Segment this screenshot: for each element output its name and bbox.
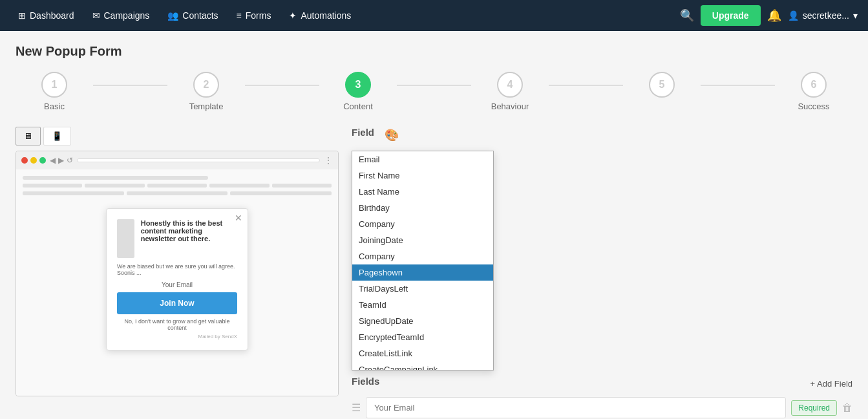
palette-icon: 🎨: [385, 128, 399, 142]
browser-mock: ◀ ▶ ↺ ⋮: [16, 151, 339, 396]
dropdown-item-pageshown[interactable]: Pageshown: [352, 264, 493, 281]
popup-preview: ✕ Honestly this is the best content mark…: [106, 208, 248, 350]
nav-contacts[interactable]: 👥 Contacts: [160, 6, 226, 25]
popup-heading: Honestly this is the best content market…: [141, 219, 237, 242]
user-menu[interactable]: 👤 secretkee... ▾: [788, 10, 858, 21]
page-background-lines: [16, 169, 338, 206]
step-behaviour: 4 Behaviour: [471, 72, 549, 111]
page-title: New Popup Form: [16, 44, 852, 59]
upgrade-button[interactable]: Upgrade: [701, 5, 761, 26]
preview-panel: 🖥 📱 ◀ ▶ ↺ ⋮: [16, 127, 339, 419]
contacts-icon: 👥: [167, 10, 178, 21]
search-icon[interactable]: 🔍: [676, 5, 698, 27]
fields-panel: Field 🎨 Email First Name Last Name Birth…: [352, 127, 852, 419]
browser-url-bar[interactable]: [77, 158, 320, 162]
content-area: 🖥 📱 ◀ ▶ ↺ ⋮: [16, 127, 852, 419]
field-dropdown[interactable]: Email First Name Last Name Birthday Comp…: [352, 151, 494, 371]
dropdown-item-teamid[interactable]: TeamId: [352, 297, 493, 313]
step-3-circle: 3: [345, 72, 371, 98]
popup-email-label: Your Email: [117, 281, 237, 288]
step-5-circle: 5: [649, 72, 675, 98]
nav-forms[interactable]: ≡ Forms: [229, 6, 279, 25]
browser-nav: ◀ ▶ ↺: [50, 156, 73, 165]
step-6-circle: 6: [801, 72, 827, 98]
nav-automations[interactable]: ✦ Automations: [281, 6, 359, 25]
dot-yellow: [30, 157, 37, 164]
nav-campaigns[interactable]: ✉ Campaigns: [85, 6, 158, 25]
popup-close-icon[interactable]: ✕: [235, 213, 242, 223]
step-content: 3 Content: [319, 72, 397, 111]
fields-section-label: Fields: [352, 376, 379, 387]
dropdown-item-encryptedteamid[interactable]: EncryptedTeamId: [352, 329, 493, 345]
step-connector-2: [245, 85, 319, 86]
campaigns-icon: ✉: [92, 10, 100, 21]
step-1-circle: 1: [41, 72, 67, 98]
add-field-button[interactable]: + Add Field: [810, 379, 852, 389]
step-connector-1: [93, 85, 167, 86]
step-4-circle: 4: [497, 72, 523, 98]
dropdown-item-joiningdate[interactable]: JoiningDate: [352, 232, 493, 248]
browser-bar: ◀ ▶ ↺ ⋮: [16, 151, 338, 169]
field-type-dropdown-wrapper: Field 🎨 Email First Name Last Name Birth…: [352, 127, 852, 371]
delete-field-1-icon[interactable]: 🗑: [842, 402, 852, 414]
required-badge: Required: [791, 400, 837, 416]
field-row-email: ☰ Required 🗑: [352, 397, 852, 418]
popup-footer: Mailed by SendX: [117, 334, 237, 339]
step-2-circle: 2: [193, 72, 219, 98]
step-connector-5: [701, 85, 775, 86]
main-content: New Popup Form 1 Basic 2 Template 3 Cont…: [0, 31, 868, 419]
dropdown-item-createlistlink[interactable]: CreateListLink: [352, 345, 493, 361]
popup-join-button[interactable]: Join Now: [117, 292, 237, 314]
dropdown-item-lastname[interactable]: Last Name: [352, 184, 493, 200]
browser-dots: [21, 157, 46, 164]
steps-wizard: 1 Basic 2 Template 3 Content 4 Behaviour: [16, 72, 852, 111]
nav-dashboard[interactable]: ⊞ Dashboard: [10, 6, 82, 25]
step-success: 6 Success: [775, 72, 852, 111]
step-5: 5: [623, 72, 701, 98]
drag-handle-1[interactable]: ☰: [352, 402, 361, 414]
notifications-icon[interactable]: 🔔: [763, 5, 785, 27]
popup-sub-text: We are biased but we are sure you will a…: [117, 263, 237, 276]
field-input-email[interactable]: [366, 397, 786, 418]
dropdown-item-trialdaysleft[interactable]: TrialDaysLeft: [352, 281, 493, 297]
top-navigation: ⊞ Dashboard ✉ Campaigns 👥 Contacts ≡ For…: [0, 0, 868, 31]
dot-green: [39, 157, 46, 164]
step-connector-4: [549, 85, 623, 86]
forms-icon: ≡: [237, 10, 242, 21]
browser-more-icon: ⋮: [324, 155, 333, 166]
dropdown-item-createcampaignlink[interactable]: CreateCampaignLink: [352, 361, 493, 371]
field-section-label: Field: [352, 127, 374, 138]
dropdown-item-firstname[interactable]: First Name: [352, 167, 493, 184]
dropdown-item-company[interactable]: Company: [352, 216, 493, 232]
browser-content: ✕ Honestly this is the best content mark…: [16, 169, 338, 396]
step-connector-3: [397, 85, 471, 86]
step-template: 2 Template: [167, 72, 245, 111]
dropdown-item-birthday[interactable]: Birthday: [352, 200, 493, 216]
avatar: 👤: [788, 10, 799, 21]
fields-header: Fields + Add Field: [352, 376, 852, 392]
dropdown-item-email[interactable]: Email: [352, 151, 493, 167]
view-toggles: 🖥 📱: [16, 127, 339, 145]
chevron-down-icon: ▾: [853, 10, 858, 21]
dropdown-item-company2[interactable]: Company: [352, 248, 493, 264]
popup-decline-text: No, I don't want to grow and get valuabl…: [117, 318, 237, 331]
dropdown-item-signedupdate[interactable]: SignedUpDate: [352, 313, 493, 329]
automations-icon: ✦: [289, 10, 297, 21]
dot-red: [21, 157, 28, 164]
step-basic: 1 Basic: [16, 72, 93, 111]
mobile-view-toggle[interactable]: 📱: [43, 127, 71, 145]
dashboard-icon: ⊞: [18, 10, 26, 21]
desktop-view-toggle[interactable]: 🖥: [16, 127, 41, 145]
popup-image-placeholder: [117, 219, 134, 258]
